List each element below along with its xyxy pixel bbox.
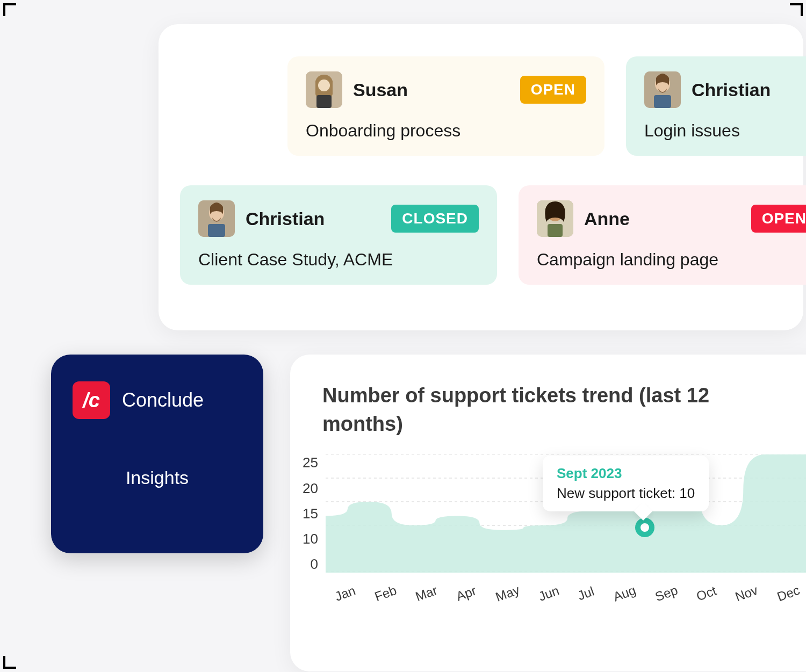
y-tick: 25: [296, 454, 318, 471]
x-tick: Jun: [536, 583, 561, 605]
x-tick: Feb: [372, 583, 398, 604]
x-tick: Sep: [653, 583, 680, 605]
ticket-card-anne[interactable]: Anne OPEN Campaign landing page: [519, 185, 806, 285]
sidebar-item-insights[interactable]: Insights: [73, 467, 242, 488]
y-tick: 10: [296, 531, 318, 547]
crop-corner-tr: [790, 3, 803, 16]
sidebar-card: /c Conclude Insights: [51, 355, 263, 553]
sidebar-brand-name: Conclude: [122, 389, 204, 411]
chart-tooltip: Sept 2023 New support ticket: 10: [543, 456, 709, 511]
x-tick: Jul: [576, 584, 596, 604]
conclude-logo-icon: /c: [73, 381, 110, 419]
ticket-title: Login issues: [644, 121, 806, 141]
ticket-title: Campaign landing page: [537, 250, 806, 270]
tooltip-value: New support ticket: 10: [557, 485, 695, 502]
chart-panel: Number of support tickets trend (last 12…: [290, 355, 806, 671]
crop-corner-tl: [3, 3, 16, 16]
ticket-title: Client Case Study, ACME: [198, 250, 479, 270]
status-badge: OPEN: [751, 205, 806, 233]
x-tick: Jan: [333, 583, 358, 605]
chart-area: 25 20 15 10 0 Sept 2023 New support tick…: [322, 454, 795, 605]
svg-rect-12: [548, 224, 563, 237]
ticket-assignee: Christian: [246, 208, 380, 229]
svg-rect-6: [654, 95, 671, 108]
y-tick: 15: [296, 505, 318, 522]
x-tick: Dec: [775, 583, 802, 605]
tooltip-month: Sept 2023: [557, 465, 695, 482]
status-badge: CLOSED: [391, 205, 479, 233]
chart-y-axis: 25 20 15 10 0: [296, 454, 318, 573]
x-tick: Aug: [611, 583, 638, 605]
x-tick: Mar: [414, 583, 440, 604]
ticket-card-christian-acme[interactable]: Christian CLOSED Client Case Study, ACME: [180, 185, 497, 285]
ticket-title: Onboarding process: [306, 121, 586, 141]
ticket-assignee: Susan: [353, 80, 509, 100]
chart-title: Number of support tickets trend (last 12…: [322, 381, 795, 438]
avatar: [644, 71, 681, 108]
x-tick: May: [493, 582, 521, 605]
ticket-assignee: Anne: [584, 208, 740, 229]
x-tick: Oct: [694, 583, 718, 604]
status-badge: OPEN: [520, 76, 586, 104]
tickets-panel: Susan OPEN Onboarding process Christian …: [159, 24, 803, 330]
ticket-assignee: Christian: [692, 80, 806, 100]
sidebar-brand: /c Conclude: [73, 381, 242, 419]
ticket-card-susan[interactable]: Susan OPEN Onboarding process: [287, 56, 604, 156]
x-tick: Nov: [733, 583, 760, 605]
avatar: [198, 200, 235, 237]
x-tick: Apr: [455, 583, 479, 604]
svg-point-2: [318, 80, 330, 91]
crop-corner-bl: [3, 656, 16, 669]
svg-rect-3: [316, 95, 332, 108]
y-tick: 20: [296, 480, 318, 497]
y-tick: 0: [296, 556, 318, 573]
svg-rect-9: [208, 224, 225, 237]
ticket-card-christian-login[interactable]: Christian Login issues: [626, 56, 806, 156]
avatar: [537, 200, 573, 237]
avatar: [306, 71, 342, 108]
chart-x-axis: Jan Feb Mar Apr May Jun Jul Aug Sep Oct …: [326, 586, 806, 601]
